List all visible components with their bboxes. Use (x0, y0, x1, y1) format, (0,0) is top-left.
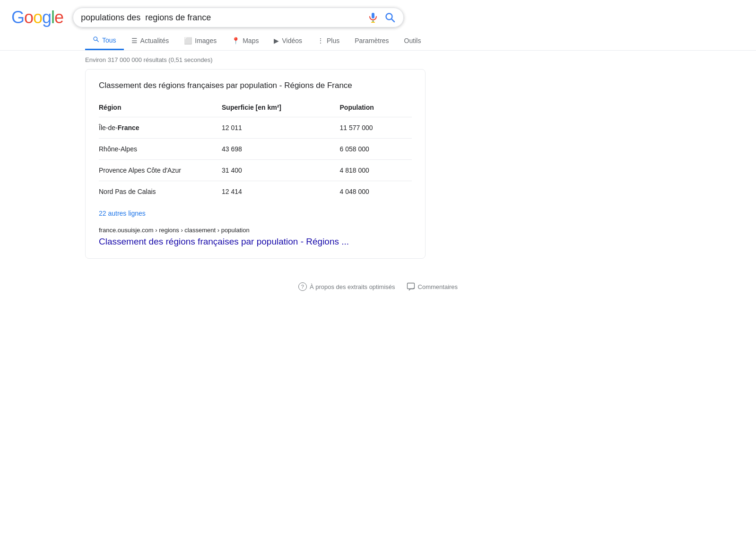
logo-letter-o2: o (33, 8, 42, 27)
svg-rect-0 (372, 13, 374, 18)
tab-plus-label: Plus (327, 37, 339, 44)
tab-outils-label: Outils (404, 37, 421, 44)
logo-letter-o1: o (24, 8, 33, 27)
comment-icon (407, 282, 415, 291)
source-url: france.ousuisje.com › regions › classeme… (99, 227, 412, 234)
tab-actualites-label: Actualités (140, 37, 169, 44)
superficie-value: 12 011 (222, 117, 340, 139)
tab-parametres[interactable]: Paramètres (347, 32, 396, 49)
main-content: Classement des régions françaises par po… (0, 69, 426, 259)
optimised-extracts-item[interactable]: ? À propos des extraits optimisés (298, 282, 395, 291)
region-name: Rhône-Alpes (99, 139, 222, 160)
population-value: 4 048 000 (340, 181, 412, 202)
svg-line-4 (97, 40, 99, 42)
region-name: Île-de-France (99, 117, 222, 139)
logo-letter-e: e (54, 8, 63, 27)
source-link-text: Classement des régions françaises par po… (99, 237, 349, 246)
page-footer: ? À propos des extraits optimisés Commen… (0, 273, 756, 300)
comments-text: Commentaires (418, 283, 458, 290)
table-row[interactable]: Île-de-France 12 011 11 577 000 (99, 117, 412, 139)
tab-images[interactable]: ⬜ Images (176, 32, 224, 49)
tab-parametres-label: Paramètres (355, 37, 389, 44)
region-name: Nord Pas de Calais (99, 181, 222, 202)
nav-tabs: Tous ☰ Actualités ⬜ Images 📍 Maps ▶ Vidé… (0, 27, 756, 51)
col-header-superficie: Superficie [en km²] (222, 100, 340, 117)
help-circle-icon: ? (298, 282, 307, 291)
microphone-icon[interactable] (367, 12, 379, 23)
table-row[interactable]: Provence Alpes Côte d'Azur 31 400 4 818 … (99, 160, 412, 181)
svg-rect-5 (407, 283, 414, 289)
logo-letter-g2: g (42, 8, 51, 27)
superficie-value: 43 698 (222, 139, 340, 160)
tab-images-label: Images (195, 37, 217, 44)
search-submit-icon[interactable] (384, 12, 396, 23)
optimised-extracts-text: À propos des extraits optimisés (310, 283, 395, 290)
search-bar[interactable] (73, 8, 404, 27)
images-icon: ⬜ (184, 37, 192, 44)
tab-tous-label: Tous (102, 36, 116, 44)
superficie-value: 12 414 (222, 181, 340, 202)
more-rows-text: 22 autres lignes (99, 210, 146, 217)
search-icons (367, 12, 396, 23)
col-header-region: Région (99, 100, 222, 117)
tab-tous[interactable]: Tous (85, 31, 124, 50)
tab-maps-label: Maps (243, 37, 259, 44)
results-count-text: Environ 317 000 000 résultats (0,51 seco… (85, 56, 213, 63)
comments-item[interactable]: Commentaires (407, 282, 458, 291)
table-row[interactable]: Nord Pas de Calais 12 414 4 048 000 (99, 181, 412, 202)
regions-table: Région Superficie [en km²] Population Îl… (99, 100, 412, 202)
search-input[interactable] (81, 13, 363, 23)
plus-dots-icon: ⋮ (317, 37, 324, 44)
logo-letter-g: G (11, 8, 24, 27)
featured-snippet-card: Classement des régions françaises par po… (85, 69, 426, 259)
superficie-value: 31 400 (222, 160, 340, 181)
tab-videos[interactable]: ▶ Vidéos (266, 32, 310, 49)
tab-plus[interactable]: ⋮ Plus (310, 32, 347, 49)
region-name: Provence Alpes Côte d'Azur (99, 160, 222, 181)
population-value: 11 577 000 (340, 117, 412, 139)
population-value: 6 058 000 (340, 139, 412, 160)
maps-icon: 📍 (232, 37, 240, 44)
tab-outils[interactable]: Outils (397, 32, 429, 49)
tab-maps[interactable]: 📍 Maps (224, 32, 266, 49)
population-value: 4 818 000 (340, 160, 412, 181)
tab-videos-label: Vidéos (282, 37, 302, 44)
actualites-icon: ☰ (131, 37, 138, 44)
more-rows-link[interactable]: 22 autres lignes (99, 210, 146, 217)
table-row[interactable]: Rhône-Alpes 43 698 6 058 000 (99, 139, 412, 160)
source-link[interactable]: Classement des régions françaises par po… (99, 237, 349, 246)
tous-search-icon (93, 36, 99, 44)
col-header-population: Population (340, 100, 412, 117)
snippet-title: Classement des régions françaises par po… (99, 81, 412, 90)
results-count: Environ 317 000 000 résultats (0,51 seco… (0, 51, 756, 69)
videos-icon: ▶ (274, 37, 279, 44)
header: Google (0, 0, 756, 27)
tab-actualites[interactable]: ☰ Actualités (124, 32, 177, 49)
google-logo[interactable]: Google (11, 8, 63, 27)
svg-line-2 (391, 19, 394, 22)
